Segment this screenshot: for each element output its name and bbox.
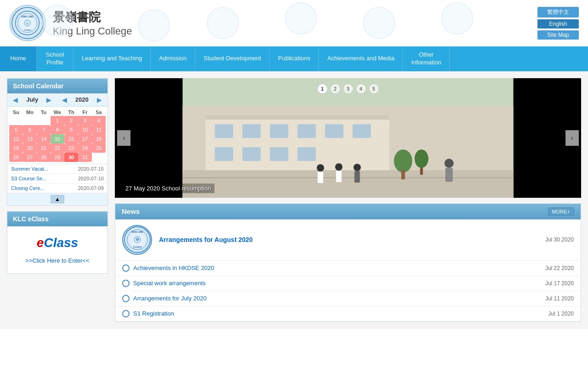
nav-home[interactable]: Home <box>0 46 37 71</box>
cal-day-22[interactable]: 22 <box>51 144 64 153</box>
slide-dot-5[interactable]: 5 <box>369 84 379 94</box>
cal-day-21[interactable]: 21 <box>37 144 51 153</box>
cal-day-19[interactable]: 19 <box>9 144 23 153</box>
svg-rect-19 <box>298 147 316 161</box>
lang-btn-zh[interactable]: 繁體中文 <box>537 7 579 17</box>
bg-logo <box>207 7 239 39</box>
news-item-1[interactable]: Special work arrangements Jul 17 2020 <box>115 276 581 291</box>
cal-day-26[interactable]: 26 <box>9 153 23 162</box>
cal-day-18[interactable]: 18 <box>92 134 106 144</box>
cal-day-25[interactable]: 25 <box>92 144 106 153</box>
news-item-title-3: S1 Registration <box>133 310 545 317</box>
cal-day-29[interactable]: 29 <box>51 153 64 162</box>
cal-day-7[interactable]: 7 <box>37 125 51 134</box>
eclass-section: KLC eClass eClass >>Click Here to Enter<… <box>7 211 108 274</box>
news-item-title-0: Achievements in HKDSE 2020 <box>133 264 542 271</box>
svg-rect-16 <box>215 147 233 161</box>
nav-learning-teaching[interactable]: Learning and Teaching <box>74 46 151 71</box>
news-item-date-1: Jul 17 2020 <box>545 280 574 287</box>
slide-dot-4[interactable]: 4 <box>356 84 366 94</box>
news-item-2[interactable]: Arrangements for July 2020 Jul 11 2020 <box>115 291 581 306</box>
nav-publications[interactable]: Publications <box>270 46 319 71</box>
cal-next-month[interactable]: ▶ <box>45 96 53 104</box>
cal-day-empty <box>9 116 23 125</box>
news-item-date-2: Jul 11 2020 <box>545 295 574 302</box>
nav-bar: Home School Profile Learning and Teachin… <box>0 46 588 71</box>
cal-day-27[interactable]: 27 <box>23 153 37 162</box>
bg-logo <box>441 2 473 34</box>
news-item-title-2: Arrangements for July 2020 <box>133 295 542 302</box>
weekday-mo: Mo <box>23 109 37 115</box>
news-more-btn[interactable]: MORE+ <box>548 207 574 216</box>
nav-admission[interactable]: Admission <box>151 46 195 71</box>
news-bullet-0 <box>122 264 130 272</box>
svg-rect-17 <box>243 147 261 161</box>
lang-btn-en[interactable]: English <box>537 19 579 29</box>
cal-prev-year[interactable]: ◀ <box>60 96 69 104</box>
cal-day-1[interactable]: 1 <box>51 116 64 125</box>
nav-achievements[interactable]: Achievements and Media <box>319 46 403 71</box>
svg-point-30 <box>394 150 413 172</box>
cal-event-1[interactable]: S3 Course Se... 2020-07-10 <box>7 174 107 184</box>
cal-day-10[interactable]: 10 <box>78 125 92 134</box>
school-name-zh: 景嶺書院 <box>53 9 132 25</box>
school-logo-circle: KING LING ✿ 景嶺書院 <box>9 5 46 41</box>
slide-caption: 27 May 2020 School resumption <box>122 184 215 193</box>
eclass-logo-class: Class <box>44 236 78 250</box>
news-bullet-1 <box>122 280 130 287</box>
slide-prev-btn[interactable]: ‹ <box>117 130 130 146</box>
cal-day-3[interactable]: 3 <box>78 116 92 125</box>
right-content: 1 2 3 4 5 ‹ › 27 May 2020 School resumpt… <box>115 78 581 322</box>
header-logo: KING LING ✿ 景嶺書院 景嶺書院 King Ling College <box>9 5 132 41</box>
slideshow: 1 2 3 4 5 ‹ › 27 May 2020 School resumpt… <box>115 78 581 198</box>
slideshow-image <box>115 78 581 198</box>
cal-event-0[interactable]: Summer Vacat... 2020-07-15 <box>7 164 107 174</box>
news-featured-item[interactable]: KING LING ✿ 景嶺書院 Arrangements for August… <box>115 219 581 261</box>
nav-school-profile[interactable]: School Profile <box>37 46 74 71</box>
cal-day-16[interactable]: 16 <box>64 134 78 144</box>
cal-prev-month[interactable]: ◀ <box>11 96 20 104</box>
nav-student-development[interactable]: Student Development <box>195 46 270 71</box>
cal-day-11[interactable]: 11 <box>92 125 106 134</box>
news-item-title-1: Special work arrangements <box>133 280 542 287</box>
cal-event-2[interactable]: Closing Cere... 2020-07-09 <box>7 184 107 193</box>
cal-day-15[interactable]: 15 <box>51 134 64 144</box>
slide-dot-2[interactable]: 2 <box>330 84 340 94</box>
news-item-date-3: Jul 1 2020 <box>548 310 574 317</box>
cal-day-14[interactable]: 14 <box>37 134 51 144</box>
cal-day-8[interactable]: 8 <box>51 125 64 134</box>
svg-point-26 <box>354 164 361 171</box>
cal-day-empty <box>23 116 37 125</box>
news-item-0[interactable]: Achievements in HKDSE 2020 Jul 22 2020 <box>115 261 581 276</box>
news-header: News MORE+ <box>115 204 581 219</box>
eclass-enter-link[interactable]: >>Click Here to Enter<< <box>25 257 89 264</box>
slide-dot-3[interactable]: 3 <box>343 84 353 94</box>
cal-day-24[interactable]: 24 <box>78 144 92 153</box>
weekday-fr: Fr <box>78 109 92 115</box>
cal-day-13[interactable]: 13 <box>23 134 37 144</box>
svg-rect-23 <box>318 172 323 183</box>
cal-day-20[interactable]: 20 <box>23 144 37 153</box>
cal-day-2[interactable]: 2 <box>64 116 78 125</box>
news-item-3[interactable]: S1 Registration Jul 1 2020 <box>115 306 581 322</box>
weekday-tu: Tu <box>37 109 51 115</box>
cal-next-year[interactable]: ▶ <box>95 96 104 104</box>
cal-day-empty <box>37 116 51 125</box>
slide-dot-1[interactable]: 1 <box>317 84 328 94</box>
cal-day-9[interactable]: 9 <box>64 125 78 134</box>
cal-day-23[interactable]: 23 <box>64 144 78 153</box>
nav-other-info[interactable]: Other Information <box>403 46 450 71</box>
scroll-up-btn[interactable]: ▲ <box>51 195 64 203</box>
slideshow-dots: 1 2 3 4 5 <box>317 84 379 94</box>
slide-next-btn[interactable]: › <box>565 130 579 146</box>
cal-day-17[interactable]: 17 <box>78 134 92 144</box>
cal-day-5[interactable]: 5 <box>9 125 23 134</box>
sitemap-btn[interactable]: Site Map <box>537 30 579 40</box>
cal-day-30[interactable]: 30 <box>64 153 78 162</box>
cal-day-12[interactable]: 12 <box>9 134 23 144</box>
cal-day-31[interactable]: 31 <box>78 153 92 162</box>
cal-day-6[interactable]: 6 <box>23 125 37 134</box>
calendar-grid: Su Mo Tu We Th Fr Sa 1234567891011121314… <box>7 107 107 164</box>
cal-day-28[interactable]: 28 <box>37 153 51 162</box>
cal-day-4[interactable]: 4 <box>92 116 106 125</box>
